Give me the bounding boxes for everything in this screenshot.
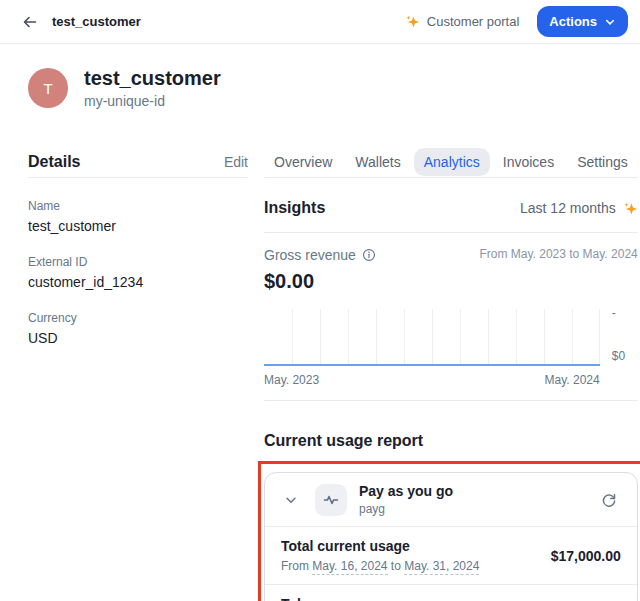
chart-gridline: [292, 309, 293, 366]
detail-field-currency: Currency USD: [28, 311, 248, 346]
period-selector-label: Last 12 months: [520, 200, 616, 216]
activity-pulse-icon: [323, 492, 339, 508]
topbar-title: test_customer: [52, 14, 141, 29]
chart-gridline: [544, 309, 545, 366]
gross-revenue-label: Gross revenue: [264, 247, 356, 263]
chart-gridline: [348, 309, 349, 366]
chevron-down-icon: [604, 16, 616, 28]
detail-field-name: Name test_customer: [28, 199, 248, 234]
actions-button[interactable]: Actions: [537, 6, 628, 37]
chevron-down-icon: [284, 493, 298, 507]
y-tick-top: -: [612, 306, 616, 320]
chart-gridline: [572, 309, 573, 366]
chart-x-axis: May. 2023 May. 2024: [264, 373, 638, 387]
usage-report-title: Current usage report: [264, 432, 638, 450]
chart-gridline: [516, 309, 517, 366]
detail-field-external-id: External ID customer_id_1234: [28, 255, 248, 290]
gross-revenue-chart: - $0: [264, 309, 638, 366]
customer-portal-link[interactable]: Customer portal: [405, 14, 519, 29]
usage-item-row: Tokens openai_tokens: [265, 584, 637, 601]
collapse-plan-button[interactable]: [279, 488, 303, 512]
field-label: Currency: [28, 311, 248, 325]
tab-settings[interactable]: Settings: [567, 148, 638, 176]
insights-divider: [264, 232, 638, 233]
chart-gridline: [404, 309, 405, 366]
total-usage-row: Total current usage From May. 16, 2024 t…: [265, 526, 637, 584]
usage-item-name: Tokens: [281, 596, 359, 601]
tab-overview[interactable]: Overview: [264, 148, 342, 176]
insights-title: Insights: [264, 199, 325, 217]
customer-profile-header: T test_customer my-unique-id: [28, 67, 621, 109]
sparkle-icon: [623, 201, 638, 216]
chart-gridline: [488, 309, 489, 366]
x-tick-end: May. 2024: [545, 373, 600, 387]
sparkle-icon: [405, 14, 420, 29]
avatar: T: [28, 68, 68, 108]
info-circle-icon[interactable]: [362, 248, 376, 262]
field-label: Name: [28, 199, 248, 213]
plan-code: payg: [359, 502, 453, 516]
details-divider: [28, 177, 248, 178]
customer-tabs: Overview Wallets Analytics Invoices Sett…: [264, 148, 638, 176]
period-prefix: From: [281, 559, 309, 573]
details-title: Details: [28, 153, 80, 171]
tab-wallets[interactable]: Wallets: [345, 148, 410, 176]
x-tick-start: May. 2023: [264, 373, 319, 387]
plan-header-row[interactable]: Pay as you go payg: [265, 473, 637, 526]
period-selector[interactable]: Last 12 months: [520, 200, 638, 216]
field-value: test_customer: [28, 218, 248, 234]
tab-analytics[interactable]: Analytics: [414, 148, 490, 176]
main-content: T test_customer my-unique-id Details Edi…: [0, 67, 640, 601]
revenue-zero-line: [264, 364, 600, 366]
field-label: External ID: [28, 255, 248, 269]
plan-icon-tile: [315, 484, 347, 516]
topbar: test_customer Customer portal Actions: [0, 0, 640, 44]
chart-divider: [264, 400, 638, 401]
y-tick-zero: $0: [612, 349, 625, 363]
analytics-panel: Overview Wallets Analytics Invoices Sett…: [264, 147, 638, 601]
refresh-icon: [601, 492, 617, 508]
arrow-left-icon: [22, 14, 38, 30]
period-joiner: to: [391, 559, 401, 573]
period-end-date[interactable]: May. 31, 2024: [404, 559, 479, 575]
back-button[interactable]: [18, 10, 42, 34]
chart-gridline: [320, 309, 321, 366]
edit-details-button[interactable]: Edit: [224, 154, 248, 170]
refresh-usage-button[interactable]: [597, 488, 621, 512]
period-start-date[interactable]: May. 16, 2024: [312, 559, 387, 575]
total-usage-amount: $17,000.00: [551, 548, 621, 564]
customer-name-title: test_customer: [84, 67, 221, 90]
plan-name: Pay as you go: [359, 483, 453, 499]
tab-invoices[interactable]: Invoices: [493, 148, 564, 176]
field-value: USD: [28, 330, 248, 346]
chart-gridline: [460, 309, 461, 366]
tabs-divider: [264, 177, 638, 178]
gross-revenue-value: $0.00: [264, 270, 638, 293]
customer-portal-label: Customer portal: [427, 14, 519, 29]
gross-revenue-period: From May. 2023 to May. 2024: [479, 247, 637, 261]
actions-button-label: Actions: [549, 14, 597, 29]
total-usage-label: Total current usage: [281, 538, 479, 554]
chart-plot-area: [264, 309, 600, 366]
usage-plan-card: Pay as you go payg: [264, 472, 638, 601]
details-panel: Details Edit Name test_customer External…: [28, 147, 248, 601]
customer-external-id: my-unique-id: [84, 93, 221, 109]
field-value: customer_id_1234: [28, 274, 248, 290]
total-usage-period: From May. 16, 2024 to May. 31, 2024: [281, 559, 479, 573]
chart-y-axis: - $0: [600, 309, 638, 366]
chart-gridline: [376, 309, 377, 366]
chart-gridline: [432, 309, 433, 366]
